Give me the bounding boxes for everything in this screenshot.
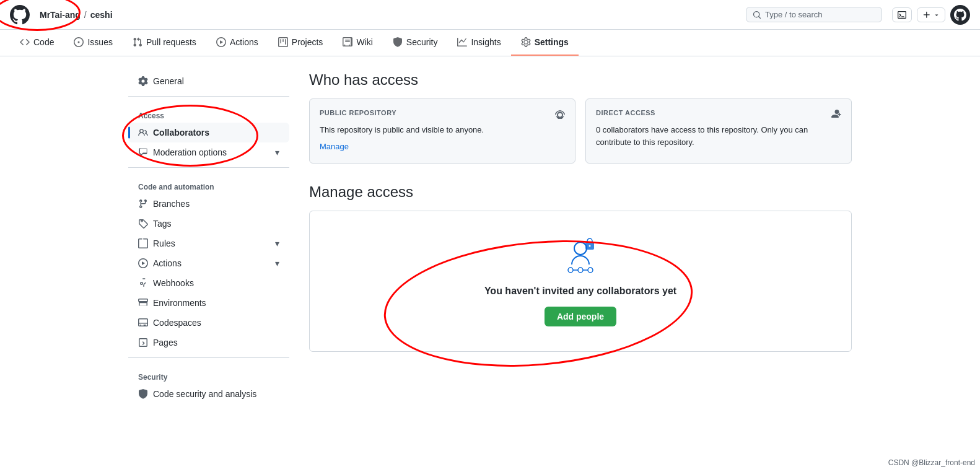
sidebar-group-security: Security bbox=[128, 363, 289, 384]
manage-access-section: Manage access bbox=[309, 183, 852, 352]
add-people-button[interactable]: Add people bbox=[545, 307, 616, 326]
nav-pull-requests[interactable]: Pull requests bbox=[123, 30, 206, 56]
nav-projects[interactable]: Projects bbox=[268, 30, 333, 56]
sidebar-item-branches[interactable]: Branches bbox=[128, 194, 289, 214]
sidebar-pages-label: Pages bbox=[153, 338, 178, 347]
sidebar-moderation-label: Moderation options bbox=[153, 147, 227, 157]
manage-access-wrapper: You haven't invited any collaborators ye… bbox=[309, 211, 852, 352]
repo-name[interactable]: ceshi bbox=[90, 10, 113, 20]
sidebar-general-label: General bbox=[153, 76, 184, 86]
nav-code[interactable]: Code bbox=[10, 30, 64, 56]
breadcrumb-sep: / bbox=[84, 10, 87, 20]
actions-icon bbox=[138, 258, 148, 268]
sidebar-tags-label: Tags bbox=[153, 219, 172, 229]
tag-icon bbox=[138, 219, 148, 229]
collaborators-illustration bbox=[561, 236, 600, 276]
svg-point-1 bbox=[568, 268, 573, 273]
sidebar-code-security-label: Code security and analysis bbox=[153, 389, 256, 399]
nav-settings[interactable]: Settings bbox=[511, 30, 579, 56]
sidebar-item-webhooks[interactable]: Webhooks bbox=[128, 273, 289, 293]
svg-point-2 bbox=[578, 268, 583, 273]
public-repo-label: PUBLIC REPOSITORY bbox=[320, 109, 396, 116]
svg-point-3 bbox=[588, 268, 593, 273]
sidebar-divider-2 bbox=[128, 167, 289, 168]
direct-access-card: DIRECT ACCESS 0 collaborators have acces… bbox=[585, 98, 852, 164]
sidebar-item-code-security[interactable]: Code security and analysis bbox=[128, 384, 289, 404]
pages-icon bbox=[138, 338, 148, 347]
avatar[interactable] bbox=[950, 5, 970, 25]
search-box[interactable]: Type / to search bbox=[746, 7, 882, 22]
eye-icon bbox=[555, 109, 565, 119]
direct-access-header: DIRECT ACCESS bbox=[596, 109, 841, 119]
manage-access-title: Manage access bbox=[309, 183, 852, 201]
nav-security[interactable]: Security bbox=[383, 30, 448, 56]
public-repo-card: PUBLIC REPOSITORY This repository is pub… bbox=[309, 98, 575, 164]
moderation-chevron: ▾ bbox=[275, 147, 279, 157]
top-bar-actions bbox=[892, 5, 970, 25]
person-add-icon bbox=[831, 109, 841, 119]
sidebar-item-general[interactable]: General bbox=[128, 71, 289, 91]
nav-issues[interactable]: Issues bbox=[64, 30, 122, 56]
access-cards: PUBLIC REPOSITORY This repository is pub… bbox=[309, 98, 852, 164]
sidebar: General Access Collaborators Moderation … bbox=[128, 71, 289, 409]
svg-point-7 bbox=[589, 245, 591, 247]
sidebar-group-code-automation: Code and automation bbox=[128, 173, 289, 194]
who-has-access-title: Who has access bbox=[309, 71, 852, 89]
search-icon bbox=[753, 11, 761, 19]
sidebar-webhooks-label: Webhooks bbox=[153, 278, 194, 288]
comment-icon bbox=[138, 147, 148, 157]
rules-chevron: ▾ bbox=[275, 238, 279, 248]
repo-nav: Code Issues Pull requests Actions Projec… bbox=[0, 30, 980, 56]
git-branch-icon bbox=[138, 199, 148, 209]
manage-link[interactable]: Manage bbox=[320, 142, 349, 151]
sidebar-branches-label: Branches bbox=[153, 199, 190, 209]
repo-owner[interactable]: MrTai-ang bbox=[40, 10, 81, 20]
sidebar-section-security: Security Code security and analysis bbox=[128, 363, 289, 404]
terminal-button[interactable] bbox=[892, 7, 912, 22]
sidebar-item-environments[interactable]: Environments bbox=[128, 293, 289, 313]
sidebar-access-group: Access Collaborators Moderation options … bbox=[128, 102, 289, 162]
server-icon bbox=[138, 298, 148, 308]
actions-chevron: ▾ bbox=[275, 258, 279, 268]
public-repo-body: This repository is public and visible to… bbox=[320, 124, 565, 136]
sidebar-rules-label: Rules bbox=[153, 238, 175, 248]
webhook-icon bbox=[138, 278, 148, 288]
sidebar-item-pages[interactable]: Pages bbox=[128, 333, 289, 352]
sidebar-group-access: Access bbox=[128, 102, 289, 123]
sidebar-item-rules[interactable]: Rules ▾ bbox=[128, 234, 289, 253]
sidebar-collaborators-label: Collaborators bbox=[153, 128, 209, 138]
nav-wiki[interactable]: Wiki bbox=[333, 30, 382, 56]
direct-access-body: 0 collaborators have access to this repo… bbox=[596, 124, 841, 148]
shield-icon bbox=[138, 389, 148, 399]
main-content: Who has access PUBLIC REPOSITORY This re… bbox=[309, 71, 852, 409]
layout: General Access Collaborators Moderation … bbox=[118, 56, 862, 424]
sidebar-item-codespaces[interactable]: Codespaces bbox=[128, 313, 289, 333]
manage-access-box: You haven't invited any collaborators ye… bbox=[309, 211, 852, 352]
sidebar-item-actions[interactable]: Actions ▾ bbox=[128, 253, 289, 273]
sidebar-divider-3 bbox=[128, 357, 289, 358]
sidebar-actions-label: Actions bbox=[153, 258, 182, 268]
direct-access-label: DIRECT ACCESS bbox=[596, 109, 655, 116]
github-logo bbox=[10, 5, 30, 25]
rules-icon bbox=[138, 238, 148, 248]
codespaces-icon bbox=[138, 318, 148, 328]
top-bar: MrTai-ang / ceshi Type / to search bbox=[0, 0, 980, 30]
sidebar-section-automation: Code and automation Branches Tags Rules … bbox=[128, 173, 289, 352]
gear-icon bbox=[138, 76, 148, 86]
sidebar-divider-1 bbox=[128, 96, 289, 97]
people-icon bbox=[138, 128, 148, 138]
sidebar-environments-label: Environments bbox=[153, 298, 206, 308]
sidebar-item-moderation[interactable]: Moderation options ▾ bbox=[128, 142, 289, 162]
sidebar-codespaces-label: Codespaces bbox=[153, 318, 201, 328]
breadcrumb: MrTai-ang / ceshi bbox=[40, 10, 113, 20]
sidebar-item-collaborators[interactable]: Collaborators bbox=[128, 123, 289, 142]
svg-point-0 bbox=[574, 242, 587, 255]
sidebar-section-general: General bbox=[128, 71, 289, 91]
no-collaborators-text: You haven't invited any collaborators ye… bbox=[484, 286, 676, 297]
nav-insights[interactable]: Insights bbox=[447, 30, 510, 56]
search-placeholder: Type / to search bbox=[765, 10, 823, 19]
public-repo-header: PUBLIC REPOSITORY bbox=[320, 109, 565, 119]
sidebar-item-tags[interactable]: Tags bbox=[128, 214, 289, 234]
nav-actions[interactable]: Actions bbox=[206, 30, 268, 56]
plus-button[interactable] bbox=[917, 7, 945, 22]
